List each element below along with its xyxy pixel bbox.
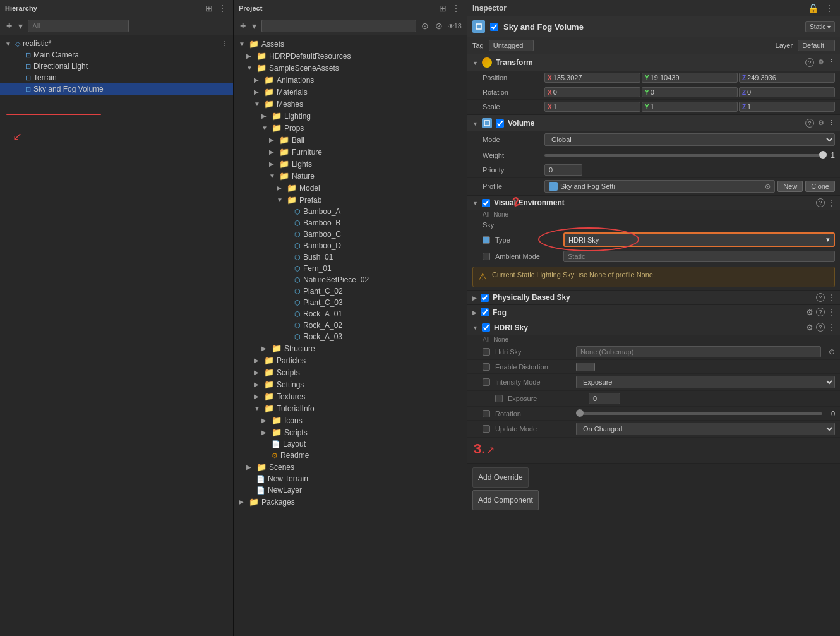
transform-header[interactable]: Transform ? ⚙ ⋮ [467, 54, 840, 71]
rotation-x-field[interactable]: X 0 [544, 87, 640, 97]
hdri-sky-checkbox[interactable] [482, 323, 490, 332]
rotation-z-field[interactable]: Z 0 [739, 87, 835, 97]
folder-model[interactable]: ▶ 📁 Model [234, 182, 467, 194]
add-override-button[interactable]: Add Override [472, 467, 529, 488]
fog-gear-icon[interactable]: ⚙ [806, 308, 813, 317]
fog-help-icon[interactable]: ? [816, 308, 825, 316]
folder-meshes[interactable]: ▼ 📁 Meshes [234, 98, 467, 110]
folder-packages[interactable]: ▶ 📁 Packages [234, 496, 467, 508]
pbs-help-icon[interactable]: ? [816, 293, 825, 302]
file-readme[interactable]: ▶ ⚙ Readme [234, 450, 467, 461]
hierarchy-item-scene[interactable]: ▼ ◇ realistic* ⋮ [0, 38, 233, 49]
transform-settings-icon[interactable]: ⚙ [818, 58, 824, 67]
volume-active-checkbox[interactable] [496, 119, 504, 128]
scale-y-field[interactable]: Y 1 [642, 102, 738, 112]
update-checkbox[interactable] [483, 425, 490, 433]
fog-menu-icon[interactable]: ⋮ [827, 308, 835, 317]
update-mode-dropdown[interactable]: On Changed [576, 423, 835, 435]
folder-props[interactable]: ▼ 📁 Props [234, 122, 467, 134]
inspector-menu-icon[interactable]: ⋮ [824, 3, 835, 13]
folder-hdrp[interactable]: ▶ 📁 HDRPDefaultResources [234, 50, 467, 62]
weight-slider[interactable] [544, 154, 827, 157]
hierarchy-item-terrain[interactable]: ▶ ⊡ Terrain [0, 72, 233, 83]
folder-lights[interactable]: ▶ 📁 Lights [234, 158, 467, 170]
visual-environment-header[interactable]: Visual Environment ? ⋮ [467, 196, 840, 210]
folder-ball[interactable]: ▶ 📁 Ball [234, 134, 467, 146]
mode-dropdown[interactable]: Global [544, 133, 835, 146]
hdri-sky-menu-icon[interactable]: ⋮ [827, 323, 835, 332]
folder-assets[interactable]: ▼ 📁 Assets [234, 38, 467, 50]
hierarchy-item-directionallight[interactable]: ▶ ⊡ Directional Light [0, 61, 233, 72]
hierarchy-nav-button[interactable]: ▾ [17, 21, 24, 31]
project-lock-icon[interactable]: ⊞ [438, 3, 448, 13]
ve-active-checkbox[interactable] [482, 199, 490, 207]
ambient-checkbox[interactable] [483, 253, 490, 260]
hdri-circle-icon[interactable]: ⊙ [829, 347, 835, 356]
folder-scripts2[interactable]: ▶ 📁 Scripts [234, 426, 467, 438]
folder-particles[interactable]: ▶ 📁 Particles [234, 354, 467, 366]
folder-materials[interactable]: ▶ 📁 Materials [234, 86, 467, 98]
file-newlayer[interactable]: ▶ 📄 NewLayer [234, 484, 467, 496]
hierarchy-search-input[interactable] [28, 20, 129, 32]
fog-header[interactable]: Fog ⚙ ? ⋮ [467, 305, 840, 320]
scale-x-field[interactable]: X 1 [544, 102, 640, 112]
folder-scripts[interactable]: ▶ 📁 Scripts [234, 366, 467, 378]
folder-scenes[interactable]: ▶ 📁 Scenes [234, 461, 467, 473]
folder-settings[interactable]: ▶ 📁 Settings [234, 378, 467, 390]
transform-menu-icon[interactable]: ⋮ [828, 58, 835, 67]
profile-field[interactable]: Sky and Fog Setti ⊙ [544, 180, 775, 193]
prefab-plant-c03[interactable]: ▶ ⬡ Plant_C_03 [234, 297, 467, 308]
volume-header[interactable]: Volume ? ⚙ ⋮ [467, 115, 840, 131]
folder-structure[interactable]: ▶ 📁 Structure [234, 342, 467, 354]
new-button[interactable]: New [777, 181, 803, 192]
folder-tutorialinfo[interactable]: ▼ 📁 TutorialInfo [234, 402, 467, 414]
hdri-sky-help-icon[interactable]: ? [816, 323, 825, 332]
add-component-button[interactable]: Add Component [472, 490, 539, 510]
hdri-sky-gear-icon[interactable]: ⚙ [806, 323, 813, 332]
folder-lighting[interactable]: ▶ 📁 Lighting [234, 110, 467, 122]
inspector-lock-icon[interactable]: 🔒 [807, 3, 820, 13]
prefab-fern[interactable]: ▶ ⬡ Fern_01 [234, 263, 467, 274]
project-filter-icon[interactable]: ⊘ [434, 21, 444, 31]
project-menu-icon[interactable]: ⋮ [450, 3, 462, 13]
volume-settings-icon[interactable]: ⚙ [818, 119, 824, 128]
distortion-checkbox[interactable] [483, 363, 490, 371]
prefab-rock-a03[interactable]: ▶ ⬡ Rock_A_03 [234, 331, 467, 342]
hdri-rotation-checkbox[interactable] [483, 410, 490, 417]
exposure-input[interactable] [589, 393, 620, 404]
intensity-mode-dropdown[interactable]: Exposure [576, 376, 835, 388]
hierarchy-add-button[interactable]: + [5, 20, 13, 32]
rotation-slider[interactable] [576, 412, 822, 415]
prefab-bamboo-b[interactable]: ▶ ⬡ Bamboo_B [234, 217, 467, 229]
hierarchy-item-maincamera[interactable]: ▶ ⊡ Main Camera [0, 49, 233, 61]
prefab-bamboo-d[interactable]: ▶ ⬡ Bamboo_D [234, 240, 467, 251]
prefab-bamboo-c[interactable]: ▶ ⬡ Bamboo_C [234, 229, 467, 240]
position-x-field[interactable]: X 135.3027 [544, 73, 640, 83]
hierarchy-item-skyfogvolume[interactable]: ▶ ⊡ Sky and Fog Volume [0, 83, 233, 95]
project-search-icon[interactable]: ⊙ [420, 21, 430, 31]
project-search-input[interactable] [261, 20, 416, 32]
folder-icons[interactable]: ▶ 📁 Icons [234, 414, 467, 426]
prefab-bush[interactable]: ▶ ⬡ Bush_01 [234, 251, 467, 263]
static-button[interactable]: Static ▾ [805, 21, 835, 32]
project-add-button[interactable]: + [239, 20, 247, 32]
tag-dropdown[interactable]: Untagged [489, 40, 534, 51]
hierarchy-menu-icon[interactable]: ⋮ [217, 3, 228, 13]
hdri-sky-header[interactable]: HDRI Sky ⚙ ? ⋮ [467, 320, 840, 335]
prefab-plant-c02[interactable]: ▶ ⬡ Plant_C_02 [234, 285, 467, 297]
fog-checkbox[interactable] [481, 308, 489, 316]
ve-help-icon[interactable]: ? [816, 198, 825, 207]
profile-circle-icon[interactable]: ⊙ [765, 183, 771, 191]
rotation-y-field[interactable]: Y 0 [642, 87, 738, 97]
folder-textures[interactable]: ▶ 📁 Textures [234, 390, 467, 402]
object-active-checkbox[interactable] [490, 23, 498, 31]
folder-nature[interactable]: ▼ 📁 Nature [234, 170, 467, 182]
folder-sample[interactable]: ▼ 📁 SampleSceneAssets [234, 62, 467, 74]
type-checkbox[interactable] [483, 236, 490, 244]
prefab-rock-a02[interactable]: ▶ ⬡ Rock_A_02 [234, 320, 467, 331]
file-newterrain[interactable]: ▶ 📄 New Terrain [234, 473, 467, 484]
type-dropdown[interactable]: HDRI Sky ▾ [563, 232, 835, 247]
volume-help-icon[interactable]: ? [805, 119, 814, 128]
prefab-rock-a01[interactable]: ▶ ⬡ Rock_A_01 [234, 308, 467, 320]
clone-button[interactable]: Clone [805, 181, 835, 192]
